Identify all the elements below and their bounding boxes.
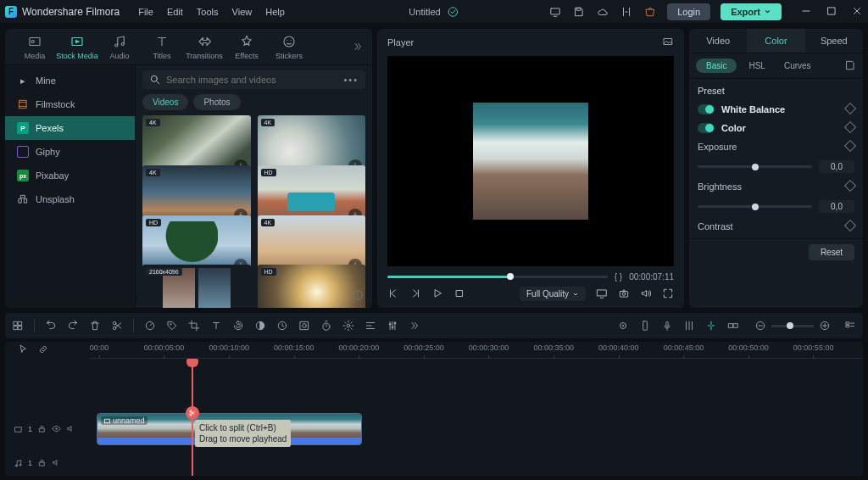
- source-filmstock[interactable]: Filmstock: [5, 92, 135, 116]
- source-unsplash[interactable]: Unsplash: [5, 187, 135, 211]
- source-giphy[interactable]: Giphy: [5, 140, 135, 164]
- more-tools-icon[interactable]: [409, 320, 420, 332]
- marker-icon[interactable]: [617, 320, 629, 332]
- crop-icon[interactable]: [188, 320, 200, 332]
- cut-icon[interactable]: [111, 320, 123, 332]
- source-mine[interactable]: ▸Mine: [5, 69, 135, 92]
- mixer-icon[interactable]: [387, 320, 398, 332]
- progress-bar[interactable]: { } 00:00:07:11: [387, 271, 674, 282]
- redo-icon[interactable]: [67, 320, 79, 332]
- tab-audio[interactable]: Audio: [98, 34, 141, 64]
- zoom-out-icon[interactable]: [754, 320, 766, 332]
- source-pexels[interactable]: PPexels: [5, 116, 135, 140]
- lock-icon[interactable]: [37, 424, 47, 435]
- cloud-icon[interactable]: [596, 5, 609, 19]
- subtab-basic[interactable]: Basic: [696, 59, 737, 73]
- export-button[interactable]: Export: [721, 3, 782, 20]
- source-pixabay[interactable]: pxPixabay: [5, 164, 135, 187]
- tag-icon[interactable]: [166, 320, 178, 332]
- timeline-ruler[interactable]: 00:00 00:00:05:00 00:00:10:00 00:00:15:0…: [5, 342, 863, 359]
- save-icon[interactable]: [572, 5, 586, 19]
- filter-videos[interactable]: Videos: [142, 94, 188, 110]
- progress-track[interactable]: [387, 276, 608, 278]
- view-mode-icon[interactable]: [844, 320, 856, 332]
- tab-titles[interactable]: Titles: [141, 34, 183, 64]
- close-button[interactable]: [851, 5, 863, 19]
- keyframe-icon[interactable]: [846, 221, 854, 232]
- zoom-in-icon[interactable]: [819, 320, 831, 332]
- tab-effects[interactable]: Effects: [225, 34, 268, 64]
- adjust-icon[interactable]: [342, 320, 354, 332]
- proptab-video[interactable]: Video: [689, 29, 747, 53]
- stock-thumbnail[interactable]: 2160x4096: [142, 265, 251, 308]
- login-button[interactable]: Login: [667, 3, 710, 20]
- eye-icon[interactable]: [52, 424, 61, 435]
- menu-view[interactable]: View: [232, 7, 253, 17]
- scroll-left-icon[interactable]: ‹: [136, 293, 137, 304]
- keyframe-icon[interactable]: [846, 123, 854, 133]
- clock-icon[interactable]: [276, 320, 288, 332]
- tab-transitions[interactable]: Transitions: [183, 34, 225, 64]
- tab-stock-media[interactable]: Stock Media: [56, 34, 98, 64]
- proptab-speed[interactable]: Speed: [805, 29, 863, 53]
- menu-file[interactable]: File: [138, 7, 153, 17]
- align-icon[interactable]: [364, 320, 376, 332]
- tabs-overflow-icon[interactable]: [352, 41, 364, 54]
- subtab-hsl[interactable]: HSL: [742, 59, 771, 73]
- join-icon[interactable]: [727, 320, 739, 332]
- next-frame-button[interactable]: [409, 287, 421, 301]
- stopwatch-icon[interactable]: [320, 320, 332, 332]
- subtab-curves[interactable]: Curves: [777, 59, 818, 73]
- save-preset-icon[interactable]: [844, 59, 856, 73]
- store-icon[interactable]: [643, 5, 657, 19]
- search-bar[interactable]: •••: [142, 70, 365, 89]
- maximize-button[interactable]: [826, 5, 837, 19]
- minimize-button[interactable]: [800, 5, 812, 19]
- speed-icon[interactable]: [144, 320, 156, 332]
- color-icon[interactable]: [254, 320, 266, 332]
- cursor-mode-icon[interactable]: [17, 343, 29, 357]
- lock-icon[interactable]: [37, 458, 47, 469]
- keyframe-icon[interactable]: [846, 181, 854, 192]
- info-icon[interactable]: [352, 289, 364, 303]
- green-screen-icon[interactable]: [298, 320, 310, 332]
- camera-snapshot-icon[interactable]: [618, 287, 630, 301]
- menu-tools[interactable]: Tools: [197, 7, 219, 17]
- tab-stickers[interactable]: Stickers: [268, 34, 310, 64]
- layout-icon[interactable]: [12, 320, 24, 332]
- brightness-value[interactable]: 0,0: [819, 200, 854, 213]
- play-button[interactable]: [431, 287, 443, 301]
- white-balance-toggle[interactable]: [698, 104, 715, 114]
- filter-photos[interactable]: Photos: [193, 94, 240, 110]
- playhead[interactable]: [192, 359, 193, 476]
- mic-icon[interactable]: [661, 320, 673, 332]
- keyframe-icon[interactable]: [846, 104, 854, 114]
- delete-icon[interactable]: [89, 320, 101, 332]
- keyframe-icon[interactable]: [846, 142, 854, 152]
- fullscreen-icon[interactable]: [662, 287, 674, 301]
- tab-media[interactable]: Media: [14, 34, 56, 64]
- color-toggle[interactable]: [698, 123, 715, 133]
- mute-icon[interactable]: [66, 424, 75, 435]
- search-more-icon[interactable]: •••: [343, 75, 359, 85]
- search-input[interactable]: [166, 75, 338, 85]
- zoom-slider[interactable]: [771, 325, 814, 327]
- stop-button[interactable]: [453, 287, 465, 301]
- undo-icon[interactable]: [45, 320, 57, 332]
- rotate-icon[interactable]: [232, 320, 244, 332]
- volume-icon[interactable]: [640, 287, 652, 301]
- mute-icon[interactable]: [52, 458, 61, 469]
- proptab-color[interactable]: Color: [747, 29, 804, 53]
- link-icon[interactable]: [37, 343, 49, 357]
- display-device-icon[interactable]: [596, 287, 608, 301]
- brightness-slider[interactable]: [698, 205, 812, 208]
- exposure-slider[interactable]: [698, 165, 812, 168]
- mobile-icon[interactable]: [639, 320, 651, 332]
- menu-help[interactable]: Help: [265, 7, 285, 17]
- reset-button[interactable]: Reset: [809, 244, 854, 260]
- stock-thumbnail[interactable]: HD: [258, 265, 366, 308]
- exposure-value[interactable]: 0,0: [819, 160, 854, 173]
- snapshot-icon[interactable]: [662, 36, 674, 49]
- split-indicator-icon[interactable]: [186, 406, 199, 420]
- preview-viewport[interactable]: [387, 56, 674, 266]
